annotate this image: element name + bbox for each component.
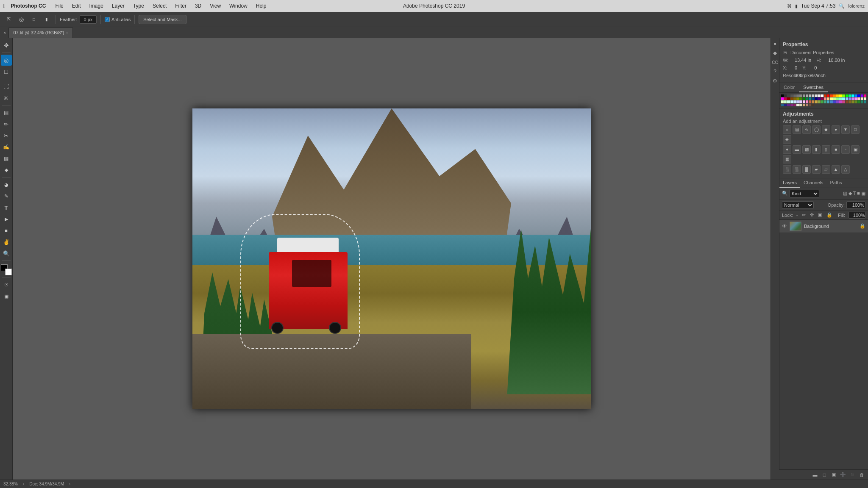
swatch-48[interactable] bbox=[842, 97, 845, 100]
swatch-24[interactable] bbox=[854, 94, 857, 97]
swatch-85[interactable] bbox=[784, 104, 787, 106]
move-tool[interactable]: ✥ bbox=[1, 40, 12, 51]
adj-extra3[interactable]: ▲ bbox=[832, 165, 840, 174]
adj-replacecolor[interactable]: ▒ bbox=[793, 165, 801, 174]
swatch-74[interactable] bbox=[836, 100, 839, 103]
document-tab[interactable]: 07.tif @ 32.4% (RGB/8*) × bbox=[8, 28, 72, 38]
adj-channelmixer[interactable]: ♦ bbox=[783, 145, 791, 154]
move-tool-btn[interactable]: ⇱ bbox=[3, 14, 14, 25]
adj-brightness[interactable]: ☼ bbox=[783, 125, 791, 134]
swatch-90[interactable] bbox=[799, 104, 802, 106]
kind-select[interactable]: Kind bbox=[790, 190, 819, 197]
swatch-14[interactable] bbox=[824, 94, 826, 97]
adj-invert[interactable]: ▬ bbox=[793, 145, 801, 154]
status-arrow-left[interactable]: ‹ bbox=[23, 482, 24, 486]
adj-extra2[interactable]: ▱ bbox=[822, 165, 830, 174]
lasso-tool-btn[interactable]: ◎ bbox=[16, 14, 26, 25]
swatch-5[interactable] bbox=[796, 94, 799, 97]
zoom-tool[interactable]: 🔍 bbox=[1, 248, 12, 259]
adj-photofilter[interactable]: ◈ bbox=[783, 135, 791, 144]
menu-image[interactable]: Image bbox=[86, 2, 106, 10]
swatch-43[interactable] bbox=[827, 97, 829, 100]
swatch-25[interactable] bbox=[857, 94, 860, 97]
swatch-59[interactable] bbox=[790, 100, 793, 103]
swatch-67[interactable] bbox=[815, 100, 817, 103]
menu-select[interactable]: Select bbox=[149, 2, 170, 10]
swatch-50[interactable] bbox=[849, 97, 851, 100]
swatch-28[interactable] bbox=[781, 97, 784, 100]
layers-tab[interactable]: Layers bbox=[779, 178, 800, 188]
swatch-65[interactable] bbox=[809, 100, 811, 103]
shape-filter-icon[interactable]: ■ bbox=[857, 191, 860, 196]
menu-file[interactable]: File bbox=[52, 2, 67, 10]
swatch-75[interactable] bbox=[839, 100, 842, 103]
swatch-58[interactable] bbox=[787, 100, 790, 103]
adj-levels[interactable]: ▤ bbox=[793, 125, 801, 134]
pixel-filter-icon[interactable]: ▨ bbox=[843, 191, 847, 196]
swatch-46[interactable] bbox=[836, 97, 839, 100]
adj-equalize[interactable]: ▓ bbox=[802, 165, 811, 174]
swatch-60[interactable] bbox=[793, 100, 796, 103]
swatch-68[interactable] bbox=[818, 100, 821, 103]
bottom-icon-1[interactable]: ▬ bbox=[811, 471, 819, 479]
menu-view[interactable]: View bbox=[206, 2, 224, 10]
path-select-tool[interactable]: ▶ bbox=[1, 214, 12, 225]
menu-layer[interactable]: Layer bbox=[108, 2, 128, 10]
swatch-84[interactable] bbox=[781, 104, 784, 106]
swatch-13[interactable] bbox=[821, 94, 823, 97]
menu-filter[interactable]: Filter bbox=[172, 2, 190, 10]
swatch-93[interactable] bbox=[809, 104, 811, 106]
lasso-tool[interactable]: ◎ bbox=[1, 55, 12, 66]
swatch-6[interactable] bbox=[799, 94, 802, 97]
swatch-52[interactable] bbox=[854, 97, 857, 100]
blur-tool[interactable]: ◕ bbox=[1, 179, 12, 190]
quick-mask-mode[interactable]: ☉ bbox=[1, 279, 12, 290]
apple-logo[interactable]:  bbox=[3, 3, 6, 9]
lock-transparency[interactable]: ▫ bbox=[795, 212, 799, 218]
healing-tool[interactable]: ▤ bbox=[1, 107, 12, 118]
swatch-31[interactable] bbox=[790, 97, 793, 100]
history-panel-icon[interactable]: ● bbox=[771, 40, 779, 47]
brush-tool[interactable]: ✏ bbox=[1, 119, 12, 130]
adj-desaturate[interactable]: ▦ bbox=[783, 155, 791, 164]
swatch-87[interactable] bbox=[790, 104, 793, 106]
background-color[interactable] bbox=[5, 269, 12, 275]
adj-exposure[interactable]: ◯ bbox=[812, 125, 821, 134]
swatch-51[interactable] bbox=[851, 97, 854, 100]
swatch-38[interactable] bbox=[812, 97, 814, 100]
adj-curves[interactable]: ∿ bbox=[802, 125, 811, 134]
hand-tool[interactable]: ✌ bbox=[1, 236, 12, 247]
swatch-53[interactable] bbox=[857, 97, 860, 100]
adj-hdr[interactable]: ▣ bbox=[851, 145, 860, 154]
swatch-27[interactable] bbox=[864, 94, 866, 97]
swatch-9[interactable] bbox=[809, 94, 811, 97]
paths-tab[interactable]: Paths bbox=[827, 178, 846, 188]
swatch-71[interactable] bbox=[827, 100, 829, 103]
menu-window[interactable]: Window bbox=[226, 2, 251, 10]
color-tab[interactable]: Color bbox=[779, 83, 799, 92]
swatch-42[interactable] bbox=[824, 97, 826, 100]
swatch-91[interactable] bbox=[803, 104, 805, 106]
menu-3d[interactable]: 3D bbox=[192, 2, 205, 10]
adj-colorbal[interactable]: ▼ bbox=[841, 125, 850, 134]
polygon-tool-btn[interactable]: □ bbox=[29, 14, 39, 25]
swatch-82[interactable] bbox=[861, 100, 863, 103]
swatch-70[interactable] bbox=[824, 100, 826, 103]
clone-tool[interactable]: ✂ bbox=[1, 130, 12, 141]
fg-bg-colors[interactable] bbox=[1, 264, 12, 275]
swatch-57[interactable] bbox=[784, 100, 787, 103]
adj-vibrance[interactable]: ◆ bbox=[822, 125, 830, 134]
anti-alias-checkbox[interactable]: ✓ bbox=[105, 17, 110, 22]
search-menubar-icon[interactable]: 🔍 bbox=[839, 3, 845, 9]
bottom-icon-4[interactable]: ➕ bbox=[839, 471, 847, 479]
swatch-94[interactable] bbox=[812, 104, 814, 106]
swatch-18[interactable] bbox=[836, 94, 839, 97]
swatch-80[interactable] bbox=[854, 100, 857, 103]
swatch-8[interactable] bbox=[806, 94, 808, 97]
fill-input[interactable] bbox=[849, 212, 865, 219]
swatch-72[interactable] bbox=[830, 100, 832, 103]
eraser-tool[interactable]: ▧ bbox=[1, 153, 12, 164]
bottom-icon-3[interactable]: ▣ bbox=[830, 471, 837, 479]
swatch-17[interactable] bbox=[833, 94, 836, 97]
swatch-83[interactable] bbox=[864, 100, 866, 103]
